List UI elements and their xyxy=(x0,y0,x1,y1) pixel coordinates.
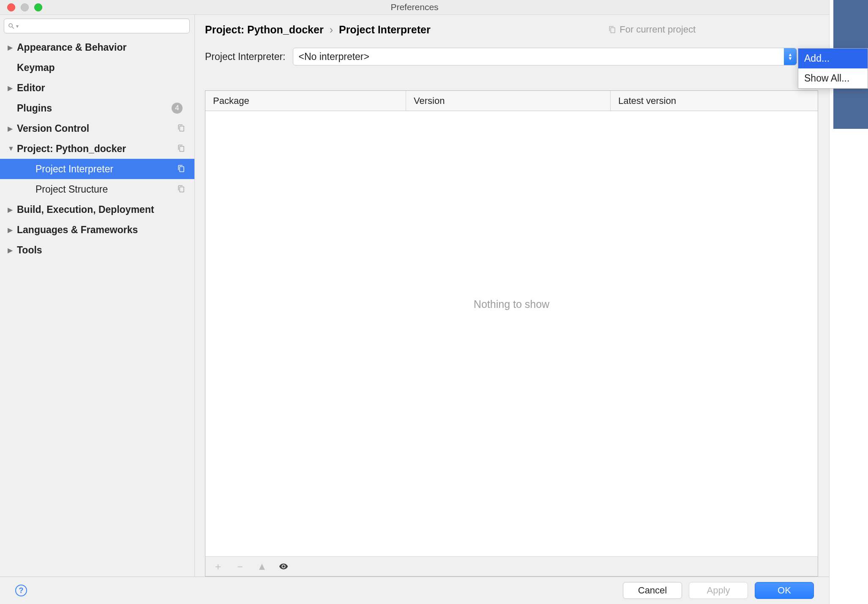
interpreter-options-popup: Add... Show All... xyxy=(798,48,868,89)
packages-empty-label: Nothing to show xyxy=(205,111,818,556)
sidebar-item-plugins[interactable]: Plugins4 xyxy=(0,98,194,118)
copy-icon xyxy=(177,123,185,134)
chevron-right-icon: ▶ xyxy=(8,226,17,234)
sidebar-item-label: Keymap xyxy=(17,62,194,73)
sidebar-item-label: Version Control xyxy=(17,123,194,134)
apply-button[interactable]: Apply xyxy=(689,582,748,599)
sidebar: ▾ ▶Appearance & Behavior Keymap ▶Editor … xyxy=(0,15,195,577)
close-window-button[interactable] xyxy=(7,3,15,11)
breadcrumb-separator: › xyxy=(330,24,333,36)
sidebar-item-label: Project Interpreter xyxy=(35,163,194,175)
interpreter-label: Project Interpreter: xyxy=(205,51,285,63)
copy-icon xyxy=(177,184,185,195)
popup-item-add[interactable]: Add... xyxy=(798,49,868,68)
sidebar-item-project[interactable]: ▼Project: Python_docker xyxy=(0,139,194,159)
minimize-window-button[interactable] xyxy=(21,3,29,11)
sidebar-item-tools[interactable]: ▶Tools xyxy=(0,240,194,260)
for-current-project-label: For current project xyxy=(609,24,696,35)
interpreter-select[interactable]: <No interpreter> ▲▼ xyxy=(293,48,797,65)
remove-package-button[interactable]: － xyxy=(235,560,245,573)
sidebar-item-label: Build, Execution, Deployment xyxy=(17,204,194,215)
sidebar-item-label: Languages & Frameworks xyxy=(17,224,194,236)
breadcrumb: Project: Python_docker › Project Interpr… xyxy=(205,24,431,36)
breadcrumb-page: Project Interpreter xyxy=(339,24,431,36)
sidebar-item-version-control[interactable]: ▶Version Control xyxy=(0,118,194,139)
preferences-window: Preferences ▾ ▶Appearance & Behavior Key… xyxy=(0,0,830,604)
chevron-right-icon: ▶ xyxy=(8,125,17,133)
settings-tree: ▶Appearance & Behavior Keymap ▶Editor Pl… xyxy=(0,37,194,577)
sidebar-item-label: Tools xyxy=(17,245,194,256)
search-dropdown-chevron-icon: ▾ xyxy=(16,23,19,29)
popup-item-show-all[interactable]: Show All... xyxy=(798,68,868,88)
chevron-right-icon: ▶ xyxy=(8,84,17,92)
dialog-footer: ? Cancel Apply OK xyxy=(0,577,829,604)
search-input[interactable]: ▾ xyxy=(4,19,190,33)
sidebar-item-label: Project: Python_docker xyxy=(17,143,194,155)
sidebar-item-project-interpreter[interactable]: Project Interpreter xyxy=(0,159,194,179)
copy-icon xyxy=(177,163,185,175)
ok-button[interactable]: OK xyxy=(755,582,814,599)
sidebar-item-build[interactable]: ▶Build, Execution, Deployment xyxy=(0,199,194,220)
help-button[interactable]: ? xyxy=(15,585,27,596)
packages-table-header: Package Version Latest version xyxy=(205,91,818,111)
chevron-right-icon: ▶ xyxy=(8,44,17,52)
chevron-right-icon: ▶ xyxy=(8,206,17,214)
plugins-badge: 4 xyxy=(172,103,183,114)
interpreter-value: <No interpreter> xyxy=(298,51,369,63)
sidebar-item-appearance[interactable]: ▶Appearance & Behavior xyxy=(0,37,194,57)
column-latest[interactable]: Latest version xyxy=(611,91,818,111)
cancel-button[interactable]: Cancel xyxy=(623,582,682,599)
chevron-right-icon: ▶ xyxy=(8,246,17,254)
sidebar-item-label: Appearance & Behavior xyxy=(17,42,194,53)
sidebar-item-editor[interactable]: ▶Editor xyxy=(0,78,194,98)
breadcrumb-project: Project: Python_docker xyxy=(205,24,324,36)
sidebar-item-label: Plugins xyxy=(17,103,172,114)
add-package-button[interactable]: ＋ xyxy=(213,560,223,573)
column-version[interactable]: Version xyxy=(406,91,611,111)
sidebar-item-keymap[interactable]: Keymap xyxy=(0,57,194,78)
upgrade-package-button[interactable]: ▲ xyxy=(257,560,267,572)
copy-icon xyxy=(177,143,185,155)
sidebar-item-label: Editor xyxy=(17,82,194,94)
chevron-down-icon: ▼ xyxy=(8,145,17,152)
copy-icon xyxy=(609,26,616,33)
show-early-releases-button[interactable] xyxy=(279,562,288,571)
column-package[interactable]: Package xyxy=(205,91,406,111)
updown-icon: ▲▼ xyxy=(784,48,797,65)
titlebar: Preferences xyxy=(0,0,829,15)
maximize-window-button[interactable] xyxy=(34,3,42,11)
main-panel: Project: Python_docker › Project Interpr… xyxy=(195,15,829,577)
window-title: Preferences xyxy=(390,2,438,12)
packages-table: Package Version Latest version Nothing t… xyxy=(205,90,818,557)
sidebar-item-label: Project Structure xyxy=(35,184,194,195)
packages-toolbar: ＋ － ▲ xyxy=(205,556,818,577)
sidebar-item-languages[interactable]: ▶Languages & Frameworks xyxy=(0,220,194,240)
sidebar-item-project-structure[interactable]: Project Structure xyxy=(0,179,194,199)
search-icon xyxy=(8,22,15,30)
